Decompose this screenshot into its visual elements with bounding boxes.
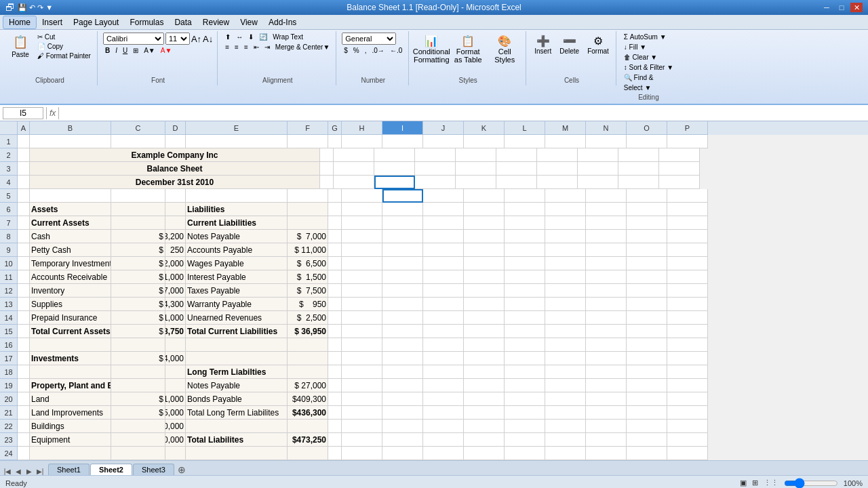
- cell-d11[interactable]: 51,000: [165, 270, 186, 284]
- cell-c15[interactable]: $: [111, 325, 165, 338]
- cell-g23[interactable]: [328, 433, 342, 447]
- col-header-b[interactable]: B: [30, 121, 111, 135]
- select-button[interactable]: Select ▼: [622, 83, 653, 92]
- cell-i9[interactable]: [382, 243, 423, 257]
- cell-m16[interactable]: [545, 338, 586, 352]
- cell-k3[interactable]: [456, 162, 496, 176]
- cell-m4[interactable]: [537, 176, 578, 189]
- cell-e9[interactable]: Accounts Payable: [186, 243, 288, 257]
- cell-f14[interactable]: $ 2,500: [288, 311, 328, 325]
- cell-f11[interactable]: $ 1,500: [288, 270, 328, 284]
- cell-p15[interactable]: [667, 325, 708, 338]
- increase-font-button[interactable]: A↑: [191, 34, 201, 44]
- cell-o6[interactable]: [627, 203, 667, 216]
- cell-d21[interactable]: 5,000: [165, 406, 186, 420]
- cell-e7[interactable]: Current Liabilities: [186, 216, 288, 230]
- italic-button[interactable]: I: [113, 46, 119, 55]
- row-header-16[interactable]: 16: [0, 338, 18, 352]
- cell-a12[interactable]: [18, 284, 30, 298]
- cell-a19[interactable]: [18, 379, 30, 392]
- nav-last-button[interactable]: ▶|: [35, 468, 45, 475]
- cell-c20[interactable]: $: [111, 392, 165, 406]
- cell-c16[interactable]: [111, 338, 165, 352]
- cell-n1[interactable]: [586, 135, 627, 148]
- cell-l18[interactable]: [505, 365, 545, 379]
- menu-item-addins[interactable]: Add-Ins: [263, 16, 302, 28]
- cell-a9[interactable]: [18, 243, 30, 257]
- row-header-24[interactable]: 24: [0, 447, 18, 460]
- cell-k17[interactable]: [464, 352, 505, 365]
- cell-n12[interactable]: [586, 284, 627, 298]
- cell-d22[interactable]: $240,000: [165, 420, 186, 433]
- cell-m23[interactable]: [545, 433, 586, 447]
- cell-k16[interactable]: [464, 338, 505, 352]
- cell-g4[interactable]: [320, 176, 334, 189]
- cell-j19[interactable]: [423, 379, 464, 392]
- comma-button[interactable]: ,: [363, 46, 369, 55]
- cell-n13[interactable]: [586, 298, 627, 311]
- cell-c21[interactable]: $: [111, 406, 165, 420]
- fill-color-button[interactable]: A▼: [142, 46, 157, 55]
- cell-e15[interactable]: Total Current Liabilities: [186, 325, 288, 338]
- cell-b3-merged[interactable]: Balance Sheet: [30, 162, 320, 176]
- cell-m15[interactable]: [545, 325, 586, 338]
- col-header-e[interactable]: E: [186, 121, 288, 135]
- cell-j2[interactable]: [415, 148, 456, 162]
- cell-j7[interactable]: [423, 216, 464, 230]
- cell-l11[interactable]: [505, 270, 545, 284]
- cell-i17[interactable]: [382, 352, 423, 365]
- cell-m8[interactable]: [545, 230, 586, 243]
- cell-k15[interactable]: [464, 325, 505, 338]
- cell-f7[interactable]: [288, 216, 328, 230]
- cell-m17[interactable]: [545, 352, 586, 365]
- cell-e24[interactable]: [186, 447, 288, 460]
- cell-m14[interactable]: [545, 311, 586, 325]
- row-header-14[interactable]: 14: [0, 311, 18, 325]
- cell-d18[interactable]: [165, 365, 186, 379]
- cell-g2[interactable]: [320, 148, 334, 162]
- cell-l8[interactable]: [505, 230, 545, 243]
- cell-d9[interactable]: 250: [165, 243, 186, 257]
- cell-e20[interactable]: Bonds Payable: [186, 392, 288, 406]
- cell-k2[interactable]: [456, 148, 496, 162]
- cell-f6[interactable]: [288, 203, 328, 216]
- cell-a11[interactable]: [18, 270, 30, 284]
- cell-styles-button[interactable]: 🎨 Cell Styles: [488, 33, 521, 66]
- cell-k10[interactable]: [464, 257, 505, 270]
- cell-p1[interactable]: [667, 135, 708, 148]
- formula-input[interactable]: [62, 108, 865, 118]
- cell-o3[interactable]: [618, 162, 659, 176]
- cell-p14[interactable]: [667, 311, 708, 325]
- cell-b18[interactable]: [30, 365, 111, 379]
- font-size-select[interactable]: 11: [165, 33, 190, 45]
- cell-m21[interactable]: [545, 406, 586, 420]
- cell-c12[interactable]: $: [111, 284, 165, 298]
- cell-j16[interactable]: [423, 338, 464, 352]
- cell-i2[interactable]: [374, 148, 415, 162]
- cell-p23[interactable]: [667, 433, 708, 447]
- cell-f9[interactable]: $ 11,000: [288, 243, 328, 257]
- underline-button[interactable]: U: [121, 46, 130, 55]
- cell-i23[interactable]: [382, 433, 423, 447]
- cell-b13[interactable]: Supplies: [30, 298, 111, 311]
- cell-a7[interactable]: [18, 216, 30, 230]
- format-button[interactable]: ⚙ Format: [585, 33, 612, 57]
- cell-k9[interactable]: [464, 243, 505, 257]
- cell-l9[interactable]: [505, 243, 545, 257]
- cell-i11[interactable]: [382, 270, 423, 284]
- cell-n3[interactable]: [578, 162, 618, 176]
- cell-e21[interactable]: Total Long Term Liabilites: [186, 406, 288, 420]
- cell-c11[interactable]: $: [111, 270, 165, 284]
- align-bottom-button[interactable]: ⬇: [246, 33, 256, 41]
- col-header-k[interactable]: K: [464, 121, 505, 135]
- cell-k22[interactable]: [464, 420, 505, 433]
- cell-n6[interactable]: [586, 203, 627, 216]
- cell-n4[interactable]: [578, 176, 618, 189]
- cell-h11[interactable]: [342, 270, 382, 284]
- col-header-a[interactable]: A: [18, 121, 30, 135]
- cell-o5[interactable]: [627, 189, 667, 203]
- cell-b5[interactable]: [30, 189, 111, 203]
- cell-c23[interactable]: [111, 433, 165, 447]
- cell-c18[interactable]: [111, 365, 165, 379]
- row-header-15[interactable]: 15: [0, 325, 18, 338]
